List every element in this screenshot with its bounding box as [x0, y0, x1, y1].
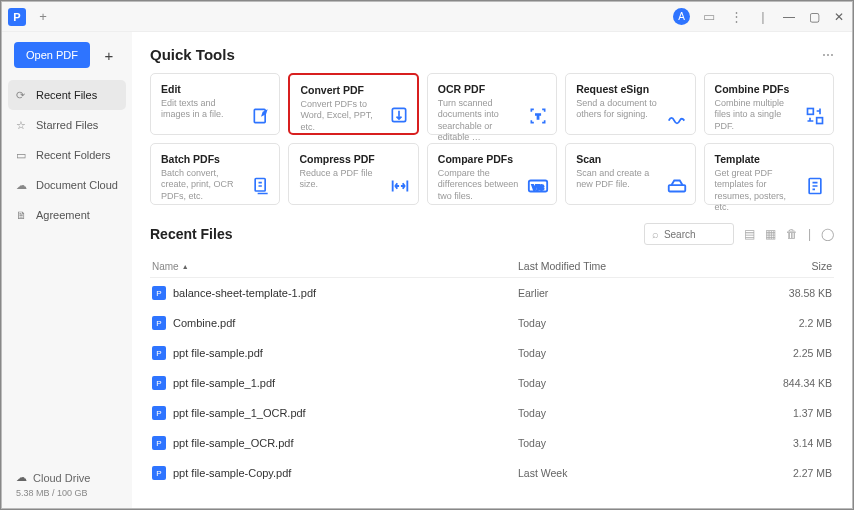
table-row[interactable]: PCombine.pdfToday2.2 MB	[150, 308, 834, 338]
open-pdf-button[interactable]: Open PDF	[14, 42, 90, 68]
delete-icon[interactable]: 🗑	[786, 227, 798, 241]
sidebar-item-label: Recent Folders	[36, 149, 111, 161]
pdf-file-icon: P	[152, 286, 166, 300]
quick-tools-grid: Edit Edit texts and images in a file. Co…	[150, 73, 834, 205]
table-row[interactable]: Pppt file-sample_1.pdfToday844.34 KB	[150, 368, 834, 398]
table-row[interactable]: Pppt file-sample_1_OCR.pdfToday1.37 MB	[150, 398, 834, 428]
maximize-button[interactable]: ▢	[807, 10, 821, 24]
svg-rect-0	[255, 109, 266, 122]
edit-icon	[250, 105, 272, 127]
column-modified-header[interactable]: Last Modified Time	[518, 260, 762, 272]
svg-rect-4	[817, 118, 823, 124]
card-batch-pdfs[interactable]: Batch PDFs Batch convert, create, print,…	[150, 143, 280, 205]
main-panel: Quick Tools ⋯ Edit Edit texts and images…	[132, 32, 852, 508]
sidebar: Open PDF + ⟳ Recent Files ☆ Starred File…	[2, 32, 132, 508]
kebab-menu-icon[interactable]: ⋮	[728, 9, 744, 24]
card-request-esign[interactable]: Request eSign Send a document to others …	[565, 73, 695, 135]
convert-icon	[388, 104, 410, 126]
sidebar-item-recent-folders[interactable]: ▭ Recent Folders	[2, 140, 132, 170]
card-title: Convert PDF	[300, 84, 406, 96]
card-convert-pdf[interactable]: Convert PDF Convert PDFs to Word, Excel,…	[288, 73, 418, 135]
table-row[interactable]: Pbalance-sheet-template-1.pdfEarlier38.5…	[150, 278, 834, 308]
sidebar-item-label: Recent Files	[36, 89, 97, 101]
sidebar-item-document-cloud[interactable]: ☁ Document Cloud	[2, 170, 132, 200]
app-window: P + A ▭ ⋮ | — ▢ ✕ Open PDF + ⟳ Recent Fi…	[1, 1, 853, 509]
card-title: Compress PDF	[299, 153, 407, 165]
ocr-icon: T	[527, 105, 549, 127]
combine-icon	[804, 105, 826, 127]
pdf-file-icon: P	[152, 316, 166, 330]
scan-icon	[666, 175, 688, 197]
sidebar-item-starred-files[interactable]: ☆ Starred Files	[2, 110, 132, 140]
pdf-file-icon: P	[152, 346, 166, 360]
card-compare-pdfs[interactable]: Compare PDFs Compare the differences bet…	[427, 143, 557, 205]
feedback-icon[interactable]: ▭	[701, 9, 717, 24]
file-name: ppt file-sample_OCR.pdf	[173, 437, 293, 449]
search-icon: ⌕	[652, 228, 659, 240]
settings-icon[interactable]: ◯	[821, 227, 834, 241]
view-list-icon[interactable]: ▤	[744, 227, 755, 241]
card-ocr-pdf[interactable]: OCR PDF Turn scanned documents into sear…	[427, 73, 557, 135]
sidebar-item-label: Document Cloud	[36, 179, 118, 191]
column-name-header[interactable]: Name ▲	[152, 260, 518, 272]
card-title: Compare PDFs	[438, 153, 546, 165]
table-row[interactable]: Pppt file-sample-Copy.pdfLast Week2.27 M…	[150, 458, 834, 488]
file-size: 844.34 KB	[762, 377, 832, 389]
cloud-drive-label: Cloud Drive	[33, 472, 90, 484]
file-size: 38.58 KB	[762, 287, 832, 299]
table-row[interactable]: Pppt file-sample_OCR.pdfToday3.14 MB	[150, 428, 834, 458]
card-title: Scan	[576, 153, 684, 165]
pdf-file-icon: P	[152, 436, 166, 450]
minimize-button[interactable]: —	[782, 10, 796, 24]
svg-text:T: T	[536, 112, 541, 121]
svg-text:V/S: V/S	[532, 183, 544, 192]
card-title: Edit	[161, 83, 269, 95]
card-title: Combine PDFs	[715, 83, 823, 95]
quick-tools-more-icon[interactable]: ⋯	[822, 48, 834, 62]
add-button[interactable]: +	[98, 44, 120, 66]
user-avatar-icon[interactable]: A	[673, 8, 690, 25]
cloud-drive-link[interactable]: ☁ Cloud Drive	[16, 471, 118, 484]
cloud-icon: ☁	[16, 179, 29, 192]
file-modified: Last Week	[518, 467, 762, 479]
file-modified: Earlier	[518, 287, 762, 299]
card-scan[interactable]: Scan Scan and create a new PDF file.	[565, 143, 695, 205]
card-combine-pdfs[interactable]: Combine PDFs Combine multiple files into…	[704, 73, 834, 135]
file-modified: Today	[518, 407, 762, 419]
file-size: 2.25 MB	[762, 347, 832, 359]
view-grid-icon[interactable]: ▦	[765, 227, 776, 241]
table-row[interactable]: Pppt file-sample.pdfToday2.25 MB	[150, 338, 834, 368]
agreement-icon: 🗎	[16, 209, 29, 221]
card-title: Template	[715, 153, 823, 165]
column-size-header[interactable]: Size	[762, 260, 832, 272]
close-button[interactable]: ✕	[832, 10, 846, 24]
sidebar-item-recent-files[interactable]: ⟳ Recent Files	[8, 80, 126, 110]
file-name: balance-sheet-template-1.pdf	[173, 287, 316, 299]
search-box[interactable]: ⌕	[644, 223, 734, 245]
cloud-icon: ☁	[16, 471, 27, 484]
file-modified: Today	[518, 377, 762, 389]
compress-icon	[389, 175, 411, 197]
svg-rect-8	[668, 185, 685, 191]
file-size: 1.37 MB	[762, 407, 832, 419]
folder-icon: ▭	[16, 149, 29, 162]
card-edit[interactable]: Edit Edit texts and images in a file.	[150, 73, 280, 135]
new-tab-button[interactable]: +	[34, 8, 52, 26]
file-name: ppt file-sample_1_OCR.pdf	[173, 407, 306, 419]
sidebar-item-agreement[interactable]: 🗎 Agreement	[2, 200, 132, 230]
sidebar-item-label: Agreement	[36, 209, 90, 221]
recent-files-heading: Recent Files	[150, 226, 232, 242]
divider: |	[808, 227, 811, 241]
file-modified: Today	[518, 317, 762, 329]
card-title: OCR PDF	[438, 83, 546, 95]
recent-icon: ⟳	[16, 89, 29, 102]
card-title: Request eSign	[576, 83, 684, 95]
card-template[interactable]: Template Get great PDF templates for res…	[704, 143, 834, 205]
file-modified: Today	[518, 347, 762, 359]
pdf-file-icon: P	[152, 376, 166, 390]
search-input[interactable]	[664, 229, 719, 240]
card-title: Batch PDFs	[161, 153, 269, 165]
svg-rect-3	[807, 109, 813, 115]
file-list: Pbalance-sheet-template-1.pdfEarlier38.5…	[150, 278, 834, 488]
card-compress-pdf[interactable]: Compress PDF Reduce a PDF file size.	[288, 143, 418, 205]
